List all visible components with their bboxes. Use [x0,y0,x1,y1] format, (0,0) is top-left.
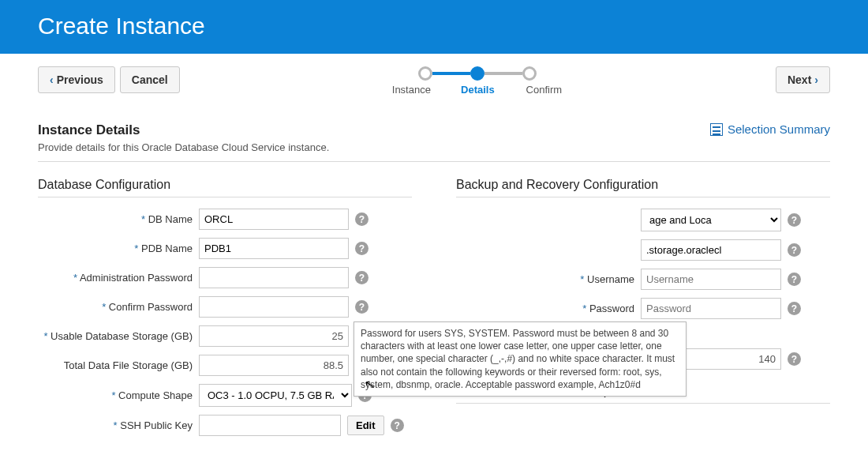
cancel-button[interactable]: Cancel [120,66,180,93]
chevron-left-icon: ‹ [50,73,54,86]
page-banner: Create Instance [0,0,868,54]
section-title: Instance Details [38,122,329,138]
ssh-key-label: SSH Public Key [38,419,199,431]
total-storage-label: Total Data File Storage (GB) [38,359,199,371]
compute-shape-select[interactable]: OC3 - 1.0 OCPU, 7.5 GB RAM [199,384,352,407]
password-help-tooltip: Password for users SYS, SYSTEM. Password… [354,322,687,397]
ssh-key-edit-button[interactable]: Edit [347,416,384,435]
help-icon[interactable]: ? [788,213,801,227]
backup-username-label: Username [456,273,641,285]
admin-password-input[interactable] [199,267,349,288]
chevron-right-icon: › [814,73,818,86]
backup-username-input[interactable] [641,269,781,290]
help-icon[interactable]: ? [788,302,801,315]
db-name-input[interactable] [199,209,349,230]
summary-icon [710,123,723,136]
help-icon[interactable]: ? [788,243,801,257]
backup-password-label: Password [456,303,641,314]
database-configuration-panel: Database Configuration DB Name ? PDB Nam… [38,178,412,444]
confirm-password-label: Confirm Password [38,301,199,313]
usable-storage-input[interactable] [199,325,349,347]
wizard-node-details[interactable] [470,66,485,81]
next-button[interactable]: Next› [776,66,830,93]
help-icon[interactable]: ? [788,352,801,366]
confirm-password-input[interactable] [199,296,349,318]
backup-destination-select[interactable]: age and Loca [641,209,781,231]
total-storage-output [199,355,349,376]
compute-shape-label: Compute Shape [38,389,199,401]
pdb-name-label: PDB Name [38,243,199,254]
backup-heading: Backup and Recovery Configuration [456,178,830,197]
page-title: Create Instance [38,13,830,39]
wizard-bar [432,72,470,75]
wizard-label-details[interactable]: Details [452,84,503,96]
help-icon[interactable]: ? [788,273,801,286]
ssh-key-input [199,415,341,436]
help-icon[interactable]: ? [391,419,404,432]
wizard-bar [485,72,522,75]
cloud-container-input[interactable] [641,239,781,261]
wizard-label-instance[interactable]: Instance [386,84,436,96]
help-icon[interactable]: ? [355,212,369,226]
wizard-steps: Instance Details Confirm [386,66,569,96]
db-name-label: DB Name [38,213,199,225]
admin-password-label: Administration Password [38,272,199,284]
usable-storage-label: Usable Database Storage (GB) [38,330,199,342]
pdb-name-input[interactable] [199,238,349,259]
backup-password-input[interactable] [641,298,781,319]
section-subtitle: Provide details for this Oracle Database… [38,141,329,153]
help-icon[interactable]: ? [355,300,369,314]
wizard-node-confirm[interactable] [522,66,537,81]
selection-summary-link[interactable]: Selection Summary [710,122,830,136]
nav-row: ‹Previous Cancel Instance Details Confir… [0,54,868,100]
db-config-heading: Database Configuration [38,178,412,197]
help-icon[interactable]: ? [355,242,369,255]
backup-recovery-panel: Backup and Recovery Configuration age an… [456,178,830,444]
wizard-label-confirm[interactable]: Confirm [518,84,569,96]
wizard-node-instance[interactable] [418,66,432,81]
previous-button[interactable]: ‹Previous [38,66,115,93]
help-icon[interactable]: ? [355,271,369,284]
